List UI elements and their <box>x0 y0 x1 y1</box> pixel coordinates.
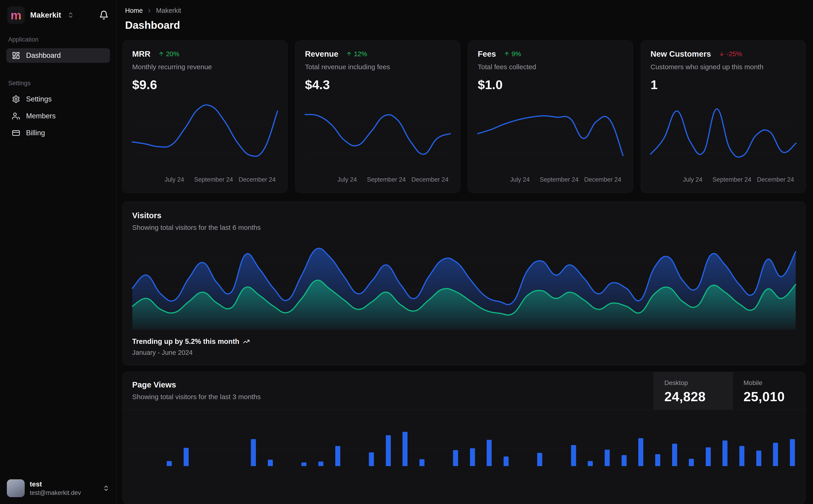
visitors-card: Visitors Showing total visitors for the … <box>122 202 806 365</box>
sidebar: m Makerkit Application Dashboard Setting… <box>0 0 117 504</box>
chevrons-up-down-icon <box>67 12 74 19</box>
sidebar-item-label: Dashboard <box>26 51 61 60</box>
segment-mobile[interactable]: Mobile 25,010 <box>733 372 805 410</box>
nav-section-application: Application <box>8 36 108 43</box>
bar <box>638 438 643 466</box>
segment-label: Mobile <box>744 379 801 387</box>
logo-letter: m <box>11 9 21 21</box>
makerkit-logo: m <box>7 6 25 24</box>
visitors-area-chart <box>132 239 796 330</box>
notifications-button[interactable] <box>99 10 109 20</box>
stat-title: New Customers <box>651 49 711 58</box>
bar <box>739 446 744 466</box>
sparkline-chart <box>132 95 278 175</box>
stat-card-fees: Fees 9% Total fees collected $1.0 July 2… <box>468 40 633 193</box>
segment-value: 24,828 <box>664 389 728 404</box>
breadcrumb-current: Makerkit <box>156 7 181 14</box>
bar <box>756 451 761 466</box>
sparkline-chart <box>478 95 623 175</box>
workspace-switcher[interactable] <box>67 12 74 19</box>
trend-badge: 20% <box>158 50 179 58</box>
bar <box>268 460 273 466</box>
trend-badge: -25% <box>719 50 742 58</box>
stat-card-revenue: Revenue 12% Total revenue including fees… <box>295 40 460 193</box>
stat-value: $1.0 <box>478 77 623 92</box>
user-menu-caret[interactable] <box>103 485 109 492</box>
bar <box>571 445 576 466</box>
bar <box>251 439 256 466</box>
stat-card-mrr: MRR 20% Monthly recurring revenue $9.6 J… <box>122 40 288 193</box>
bar <box>723 440 728 466</box>
users-icon <box>12 112 20 120</box>
bar <box>470 448 475 466</box>
stat-title: Fees <box>478 49 496 58</box>
nav-section-settings: Settings <box>8 80 108 87</box>
bar <box>318 462 323 466</box>
trend-badge: 12% <box>346 50 367 58</box>
bar <box>183 448 189 466</box>
chevron-right-icon <box>146 8 152 14</box>
bell-icon <box>99 10 109 20</box>
segment-label: Desktop <box>664 379 728 387</box>
breadcrumb: Home Makerkit <box>122 7 806 14</box>
sidebar-item-billing[interactable]: Billing <box>6 126 110 140</box>
avatar <box>7 479 25 497</box>
bar <box>655 454 660 466</box>
bar <box>419 459 424 466</box>
x-axis-ticks: July 24 September 24 December 24 <box>305 176 450 187</box>
visitors-subtitle: Showing total visitors for the last 6 mo… <box>132 224 796 231</box>
bar <box>167 461 172 466</box>
visitors-date-range: January - June 2024 <box>132 349 796 356</box>
page-views-header: Page Views Showing total visitors for th… <box>122 372 805 410</box>
bar <box>706 447 711 466</box>
visitors-title: Visitors <box>132 211 796 220</box>
bar <box>386 435 391 466</box>
stats-row: MRR 20% Monthly recurring revenue $9.6 J… <box>122 40 806 193</box>
bar <box>403 432 408 466</box>
user-menu[interactable]: test test@makerkit.dev <box>6 478 110 498</box>
page-title: Dashboard <box>122 19 806 31</box>
sparkline-chart <box>651 95 796 175</box>
workspace-header: m Makerkit <box>6 5 110 25</box>
chevrons-up-down-icon <box>103 485 109 492</box>
sidebar-nav: Application Dashboard Settings Settings … <box>6 36 110 140</box>
arrow-down-icon <box>719 51 725 57</box>
x-axis-ticks: July 24 September 24 December 24 <box>478 176 623 187</box>
sidebar-item-settings[interactable]: Settings <box>6 92 110 106</box>
app-root: m Makerkit Application Dashboard Setting… <box>0 0 813 504</box>
stat-description: Customers who signed up this month <box>651 63 796 71</box>
segment-desktop[interactable]: Desktop 24,828 <box>654 372 733 410</box>
visitors-trend-text: Trending up by 5.2% this month <box>132 337 239 346</box>
page-views-card: Page Views Showing total visitors for th… <box>122 372 806 504</box>
arrow-up-icon <box>346 51 352 57</box>
x-axis-ticks: July 24 September 24 December 24 <box>132 176 278 187</box>
bar <box>588 461 593 466</box>
bar <box>487 440 492 466</box>
bar <box>672 444 677 466</box>
bar <box>537 453 542 466</box>
x-axis-ticks: July 24 September 24 December 24 <box>651 176 796 187</box>
bar <box>369 452 374 466</box>
page-views-bar-chart <box>133 417 795 466</box>
user-meta: test test@makerkit.dev <box>30 480 81 496</box>
stat-description: Total revenue including fees <box>305 63 450 71</box>
bar <box>622 455 627 466</box>
bar <box>453 450 458 466</box>
sidebar-item-label: Settings <box>26 95 52 103</box>
sidebar-item-dashboard[interactable]: Dashboard <box>6 48 110 63</box>
user-name: test <box>30 480 81 488</box>
stat-value: $4.3 <box>305 77 450 92</box>
sidebar-item-members[interactable]: Members <box>6 109 110 123</box>
bar <box>773 443 778 466</box>
stat-description: Monthly recurring revenue <box>132 63 278 71</box>
bar <box>504 456 509 466</box>
trending-up-icon <box>243 338 250 345</box>
bar <box>689 459 694 466</box>
page-views-title: Page Views <box>132 380 261 389</box>
stat-value: 1 <box>651 77 796 92</box>
visitors-footer: Trending up by 5.2% this month January -… <box>132 337 796 356</box>
stat-title: Revenue <box>305 49 339 58</box>
breadcrumb-home[interactable]: Home <box>125 7 143 14</box>
page-views-subtitle: Showing total visitors for the last 3 mo… <box>132 393 261 401</box>
stat-description: Total fees collected <box>478 63 623 71</box>
